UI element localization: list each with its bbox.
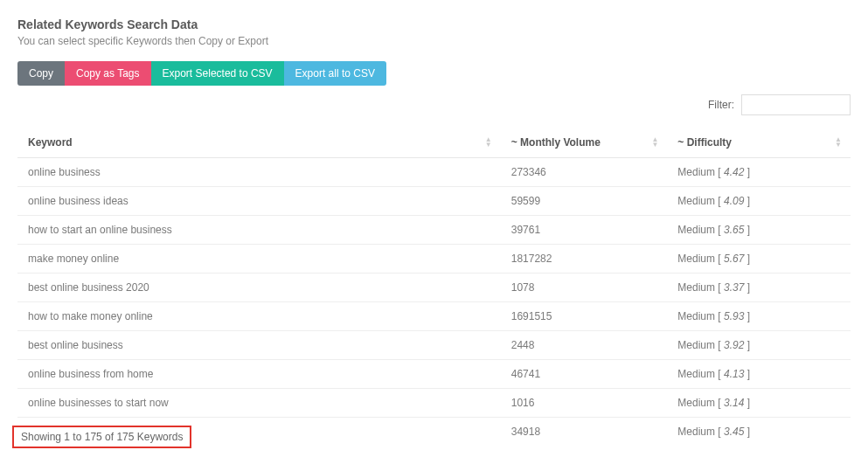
volume-cell: 1817282 (501, 245, 668, 274)
difficulty-cell: Medium [ 3.45 ] (667, 418, 851, 443)
keyword-cell: online business from home (17, 360, 501, 389)
volume-cell: 1078 (501, 274, 668, 302)
copy-as-tags-button[interactable]: Copy as Tags (65, 61, 151, 86)
difficulty-cell: Medium [ 4.13 ] (667, 360, 851, 389)
volume-cell: 59599 (501, 187, 668, 216)
table-row[interactable]: best online business2448Medium [ 3.92 ] (17, 331, 851, 360)
export-selected-button[interactable]: Export Selected to CSV (151, 61, 284, 86)
keyword-cell: how to start an online business (17, 216, 501, 245)
export-all-button[interactable]: Export all to CSV (284, 61, 386, 86)
table-row[interactable]: online business from home46741Medium [ 4… (17, 360, 851, 389)
table-row[interactable]: how to start an online business39761Medi… (17, 216, 851, 245)
difficulty-cell: Medium [ 5.93 ] (667, 302, 851, 331)
sort-icon: ▲▼ (835, 137, 842, 148)
keyword-cell: best online business 2020 (17, 274, 501, 302)
difficulty-cell: Medium [ 4.42 ] (667, 158, 851, 187)
page-title: Related Keywords Search Data (17, 17, 851, 31)
difficulty-cell: Medium [ 3.37 ] (667, 274, 851, 302)
copy-button[interactable]: Copy (17, 61, 65, 86)
difficulty-cell: Medium [ 3.65 ] (667, 216, 851, 245)
volume-cell: 1016 (501, 389, 668, 418)
col-keyword-label: Keyword (28, 136, 73, 149)
volume-cell: 273346 (501, 158, 668, 187)
status-text: Showing 1 to 175 of 175 Keywords (12, 426, 191, 448)
col-keyword-header[interactable]: Keyword ▲▼ (17, 128, 501, 158)
keyword-cell: online businesses to start now (17, 389, 501, 418)
keyword-cell: online business ideas (17, 187, 501, 216)
keyword-cell: how to make money online (17, 302, 501, 331)
table-row[interactable]: online business ideas59599Medium [ 4.09 … (17, 187, 851, 216)
volume-cell: 34918 (501, 418, 668, 443)
difficulty-cell: Medium [ 5.67 ] (667, 245, 851, 274)
difficulty-cell: Medium [ 3.14 ] (667, 389, 851, 418)
col-volume-label: ~ Monthly Volume (511, 136, 601, 149)
col-difficulty-header[interactable]: ~ Difficulty ▲▼ (667, 128, 851, 158)
filter-label: Filter: (708, 99, 734, 111)
filter-row: Filter: (17, 94, 851, 115)
table-row[interactable]: online businesses to start now1016Medium… (17, 389, 851, 418)
filter-input[interactable] (741, 94, 851, 115)
table-scroll[interactable]: Keyword ▲▼ ~ Monthly Volume ▲▼ ~ Difficu… (17, 128, 851, 442)
table-row[interactable]: make money online1817282Medium [ 5.67 ] (17, 245, 851, 274)
volume-cell: 2448 (501, 331, 668, 360)
keyword-cell: best online business (17, 331, 501, 360)
volume-cell: 39761 (501, 216, 668, 245)
page-subtitle: You can select specific Keywords then Co… (17, 35, 851, 47)
volume-cell: 46741 (501, 360, 668, 389)
volume-cell: 1691515 (501, 302, 668, 331)
sort-icon: ▲▼ (485, 137, 492, 148)
table-row[interactable]: how to make money online1691515Medium [ … (17, 302, 851, 331)
table-row[interactable]: online business273346Medium [ 4.42 ] (17, 158, 851, 187)
toolbar: Copy Copy as Tags Export Selected to CSV… (17, 61, 851, 86)
difficulty-cell: Medium [ 4.09 ] (667, 187, 851, 216)
keyword-cell: make money online (17, 245, 501, 274)
sort-icon: ▲▼ (651, 137, 658, 148)
keywords-table: Keyword ▲▼ ~ Monthly Volume ▲▼ ~ Difficu… (17, 128, 851, 442)
difficulty-cell: Medium [ 3.92 ] (667, 331, 851, 360)
keyword-cell: online business (17, 158, 501, 187)
col-difficulty-label: ~ Difficulty (677, 136, 732, 149)
table-container: Keyword ▲▼ ~ Monthly Volume ▲▼ ~ Difficu… (17, 128, 851, 442)
table-row[interactable]: best online business 20201078Medium [ 3.… (17, 274, 851, 302)
col-volume-header[interactable]: ~ Monthly Volume ▲▼ (501, 128, 668, 158)
